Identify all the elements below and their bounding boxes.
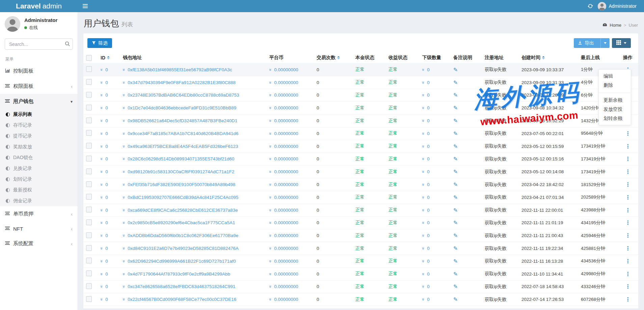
row-checkbox[interactable]	[86, 143, 92, 149]
app-brand[interactable]: Laravel admin	[0, 0, 78, 12]
edit-note-pencil-icon[interactable]: ✎	[453, 169, 458, 175]
edit-note-pencil-icon[interactable]: ✎	[453, 296, 458, 302]
wallet-address[interactable]: 0x49ca963Ef75BCEBa8E4A5F4cEAB5Fd326beF61…	[128, 144, 238, 149]
edit-note-pencil-icon[interactable]: ✎	[453, 131, 458, 136]
double-chevron-down-icon[interactable]: »	[122, 273, 127, 275]
row-actions-menu-button[interactable]: ⋮	[623, 131, 633, 136]
double-chevron-down-icon[interactable]: »	[421, 81, 426, 84]
double-chevron-down-icon[interactable]: »	[421, 298, 426, 301]
row-actions-menu-button[interactable]: ⋮	[623, 258, 633, 264]
breadcrumb-home[interactable]: Home	[610, 23, 621, 28]
double-chevron-down-icon[interactable]: »	[122, 285, 127, 288]
double-chevron-down-icon[interactable]: »	[421, 158, 426, 160]
wallet-address[interactable]: 0xd84C9101E2a6D7e7b49023eD58285C81D88247…	[128, 246, 239, 251]
double-chevron-down-icon[interactable]: »	[99, 183, 104, 186]
edit-note-pencil-icon[interactable]: ✎	[453, 105, 458, 111]
double-chevron-down-icon[interactable]: »	[122, 247, 127, 250]
double-chevron-down-icon[interactable]: »	[268, 196, 273, 199]
wallet-address[interactable]: 0x23748E3057BdBAB6C64EDb80ccC8788c69aD87…	[128, 93, 239, 98]
col-header-created[interactable]: 创建时间	[519, 55, 578, 61]
double-chevron-down-icon[interactable]: »	[268, 94, 273, 96]
double-chevron-down-icon[interactable]: »	[122, 69, 127, 71]
row-checkbox[interactable]	[86, 245, 92, 251]
submenu-item[interactable]: 佣金记录	[0, 196, 78, 206]
submenu-item[interactable]: 兑换记录	[0, 163, 78, 174]
double-chevron-down-icon[interactable]: »	[99, 234, 104, 237]
row-checkbox[interactable]	[86, 232, 92, 238]
double-chevron-down-icon[interactable]: »	[421, 222, 426, 224]
double-chevron-down-icon[interactable]: »	[421, 132, 426, 135]
double-chevron-down-icon[interactable]: »	[421, 285, 426, 288]
search-input[interactable]	[5, 38, 73, 50]
double-chevron-down-icon[interactable]: »	[99, 285, 104, 288]
double-chevron-down-icon[interactable]: »	[421, 171, 426, 173]
double-chevron-down-icon[interactable]: »	[268, 222, 273, 224]
wallet-address[interactable]: 0xADDBb6DdaD560f6b0b1C8c062F306Ee61770Ba…	[128, 233, 238, 238]
row-actions-menu-button[interactable]: ⋮	[623, 207, 633, 213]
edit-note-pencil-icon[interactable]: ✎	[453, 118, 458, 124]
double-chevron-down-icon[interactable]: »	[99, 273, 104, 275]
sort-icon[interactable]	[337, 56, 340, 59]
edit-note-pencil-icon[interactable]: ✎	[453, 233, 458, 238]
double-chevron-down-icon[interactable]: »	[99, 69, 104, 71]
select-all-checkbox[interactable]	[86, 55, 92, 61]
double-chevron-down-icon[interactable]: »	[99, 209, 104, 211]
double-chevron-down-icon[interactable]: »	[99, 120, 104, 122]
row-checkbox[interactable]	[86, 181, 92, 187]
edit-note-pencil-icon[interactable]: ✎	[453, 92, 458, 98]
column-toggle-button[interactable]	[612, 38, 631, 48]
double-chevron-down-icon[interactable]: »	[99, 94, 104, 96]
row-actions-menu-button[interactable]: ⋮	[623, 144, 633, 149]
double-chevron-down-icon[interactable]: »	[122, 209, 127, 211]
double-chevron-down-icon[interactable]: »	[268, 209, 273, 211]
row-checkbox[interactable]	[86, 296, 92, 302]
submenu-item[interactable]: 存币记录	[0, 120, 78, 131]
double-chevron-down-icon[interactable]: »	[268, 247, 273, 250]
row-checkbox[interactable]	[86, 92, 92, 98]
row-actions-menu-button[interactable]: ⋮	[623, 246, 633, 251]
double-chevron-down-icon[interactable]: »	[99, 247, 104, 250]
sidebar-item-nft[interactable]: NFT ‹	[0, 222, 78, 236]
wallet-address[interactable]: 0x2c9850cB5e8920290ef6e4Cbac5ca1F775CCa5…	[128, 220, 235, 225]
submenu-item[interactable]: DAO锁仓	[0, 152, 78, 163]
double-chevron-down-icon[interactable]: »	[122, 222, 127, 224]
double-chevron-down-icon[interactable]: »	[268, 81, 273, 84]
double-chevron-down-icon[interactable]: »	[268, 120, 273, 122]
double-chevron-down-icon[interactable]: »	[122, 183, 127, 186]
context-menu-item[interactable]: 编辑	[599, 72, 631, 81]
export-button[interactable]: 导出	[574, 38, 598, 48]
edit-note-pencil-icon[interactable]: ✎	[453, 246, 458, 251]
submenu-item[interactable]: 奖励发放	[0, 141, 78, 152]
row-actions-menu-button[interactable]: ⋮	[623, 169, 633, 175]
wallet-address[interactable]: 0x98DB526621a64Dec5cfD324857A487B3FBe240…	[128, 118, 237, 123]
row-checkbox[interactable]	[86, 219, 92, 225]
wallet-address[interactable]: 0xca669dCE8f9CACa6c256828CbE612CE36737a8…	[128, 208, 238, 213]
double-chevron-down-icon[interactable]: »	[99, 158, 104, 160]
double-chevron-down-icon[interactable]: »	[122, 120, 127, 122]
double-chevron-down-icon[interactable]: »	[421, 94, 426, 96]
submenu-item[interactable]: 提币记录	[0, 131, 78, 141]
col-header-tx[interactable]: 交易次数	[314, 55, 353, 61]
edit-note-pencil-icon[interactable]: ✎	[453, 258, 458, 264]
submenu-item[interactable]: 展示列表	[0, 109, 78, 120]
double-chevron-down-icon[interactable]: »	[122, 171, 127, 173]
edit-note-pencil-icon[interactable]: ✎	[453, 284, 458, 289]
double-chevron-down-icon[interactable]: »	[421, 107, 426, 109]
edit-note-pencil-icon[interactable]: ✎	[453, 271, 458, 277]
row-actions-menu-button[interactable]: ⋮	[623, 195, 633, 200]
double-chevron-down-icon[interactable]: »	[99, 222, 104, 224]
export-split-button[interactable]: 导出	[574, 38, 610, 48]
user-menu[interactable]: Administrator	[598, 2, 637, 10]
row-checkbox[interactable]	[86, 270, 92, 276]
wallet-address[interactable]: 0xc347e86265b8a6528efFBDC63d4637518264C9…	[128, 284, 235, 289]
sidebar-item-single-staking[interactable]: 单币质押 ‹	[0, 206, 78, 222]
context-menu-item[interactable]: 更新余额	[599, 96, 631, 105]
double-chevron-down-icon[interactable]: »	[122, 234, 127, 237]
double-chevron-down-icon[interactable]: »	[122, 132, 127, 135]
wallet-address[interactable]: 0x4d7F1790644Af787933c9fF0e2cff9a9B4299A…	[128, 272, 230, 277]
row-actions-menu-button[interactable]: ⋮	[623, 271, 633, 277]
double-chevron-down-icon[interactable]: »	[122, 81, 127, 84]
row-actions-menu-button[interactable]: ⋮	[623, 220, 633, 226]
edit-note-pencil-icon[interactable]: ✎	[453, 156, 458, 162]
double-chevron-down-icon[interactable]: »	[122, 260, 127, 262]
